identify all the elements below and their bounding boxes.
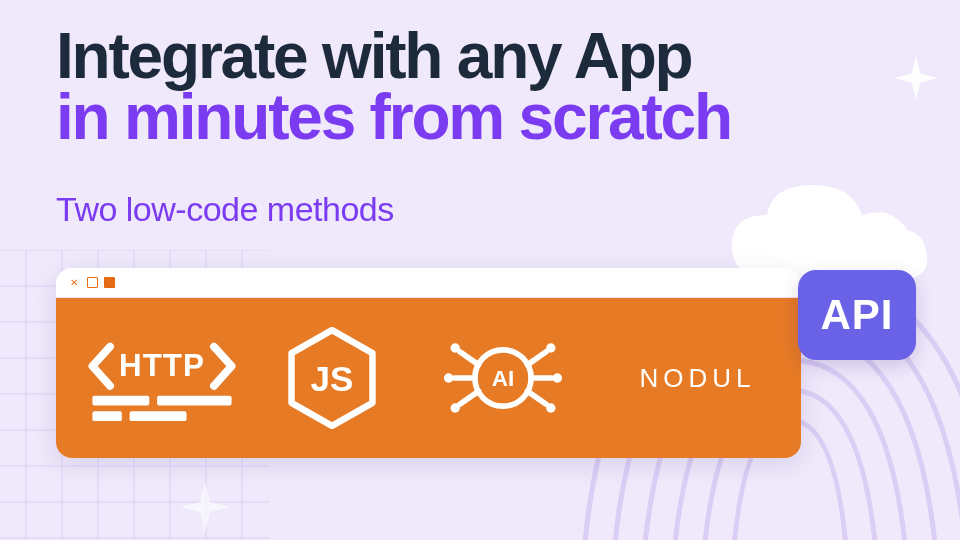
- close-icon: [70, 277, 81, 288]
- svg-rect-19: [92, 411, 121, 421]
- svg-point-23: [444, 373, 453, 382]
- ai-text: AI: [492, 366, 515, 391]
- svg-point-24: [451, 343, 460, 352]
- maximize-icon: [104, 277, 115, 288]
- window-body: HTTP JS: [56, 298, 801, 458]
- api-badge: API: [798, 270, 916, 360]
- window-titlebar: [56, 268, 801, 298]
- nodul-logo: NODUL: [626, 363, 769, 394]
- svg-point-25: [451, 403, 460, 412]
- js-text: JS: [311, 359, 354, 398]
- demo-window-card: HTTP JS: [56, 268, 801, 458]
- js-logo: JS: [284, 326, 380, 430]
- svg-point-28: [546, 403, 555, 412]
- headline-block: Integrate with any App in minutes from s…: [56, 24, 906, 151]
- svg-rect-20: [130, 411, 187, 421]
- svg-rect-18: [157, 396, 231, 406]
- http-text: HTTP: [119, 348, 205, 383]
- api-label: API: [820, 291, 893, 339]
- headline-line1: Integrate with any App: [56, 24, 906, 89]
- svg-rect-17: [92, 396, 149, 406]
- svg-point-27: [546, 343, 555, 352]
- nodul-text: NODUL: [639, 363, 755, 394]
- sparkle-icon-small: [180, 482, 230, 532]
- http-logo: HTTP: [88, 329, 236, 427]
- svg-point-26: [553, 373, 562, 382]
- subtitle: Two low-code methods: [56, 190, 394, 229]
- ai-logo: AI: [428, 331, 578, 425]
- headline-line2: in minutes from scratch: [56, 85, 906, 150]
- minimize-icon: [87, 277, 98, 288]
